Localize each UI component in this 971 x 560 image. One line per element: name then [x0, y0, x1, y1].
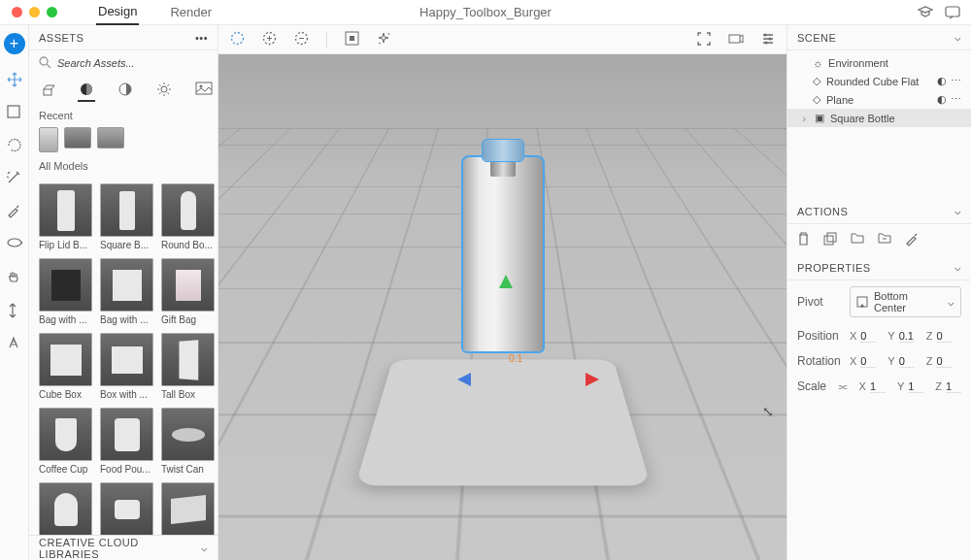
- eyedropper-tool-icon[interactable]: [7, 204, 22, 219]
- add-button[interactable]: +: [4, 33, 25, 54]
- tab-design[interactable]: Design: [96, 0, 139, 25]
- position-z-input[interactable]: 0: [936, 330, 952, 343]
- model-item[interactable]: Flip Lid B...: [39, 183, 92, 250]
- model-item[interactable]: [100, 482, 153, 535]
- gizmo-z-arrow-icon[interactable]: [451, 373, 471, 386]
- fullscreen-icon[interactable]: [697, 32, 711, 48]
- transform-gizmo[interactable]: 0.1: [480, 346, 596, 404]
- cc-libraries-bar[interactable]: CREATIVE CLOUD LIBRARIES ⌵: [29, 535, 218, 560]
- rotation-y-input[interactable]: 0: [899, 355, 915, 368]
- recent-thumb[interactable]: [39, 127, 58, 152]
- wand-tool-icon[interactable]: [7, 171, 22, 186]
- duplicate-icon[interactable]: [823, 232, 837, 247]
- pan-tool-icon[interactable]: [7, 270, 22, 285]
- eyedropper-icon[interactable]: [905, 232, 919, 247]
- orbit-tool-icon[interactable]: [7, 237, 22, 252]
- minimize-window-icon[interactable]: [29, 7, 40, 17]
- scene-item-cube[interactable]: ◇ Rounded Cube Flat ◐⋯: [787, 72, 971, 90]
- category-lights-icon[interactable]: [157, 82, 171, 98]
- close-window-icon[interactable]: [12, 7, 22, 17]
- visibility-icon[interactable]: ◐: [937, 93, 947, 106]
- folder-icon: ▣: [815, 112, 824, 124]
- model-item[interactable]: Tall Box: [161, 333, 215, 400]
- model-item[interactable]: Round Bo...: [161, 183, 215, 250]
- canvas-3d[interactable]: 0.1 ⤡: [218, 54, 787, 560]
- rotation-z-input[interactable]: 0: [936, 355, 952, 368]
- model-item[interactable]: Gift Bag: [161, 258, 215, 325]
- add-to-selection-icon[interactable]: [262, 31, 277, 48]
- category-models-icon[interactable]: [41, 82, 54, 98]
- category-shadows-icon[interactable]: [118, 82, 132, 98]
- delete-icon[interactable]: [797, 232, 810, 247]
- recent-thumb[interactable]: [97, 127, 124, 148]
- viewport[interactable]: 0.1 ⤡: [218, 25, 787, 560]
- model-item[interactable]: [161, 482, 215, 535]
- feedback-icon[interactable]: [946, 6, 959, 19]
- link-scale-icon[interactable]: ⫘: [837, 380, 848, 392]
- options-icon[interactable]: ⋯: [951, 93, 961, 106]
- svg-rect-15: [350, 36, 354, 41]
- scene-item-environment[interactable]: ☼ Environment: [787, 54, 971, 72]
- scene-item-bottle[interactable]: › ▣ Square Bottle: [787, 109, 971, 127]
- document-title: Happy_Toolbox_Burger: [419, 5, 552, 19]
- effects-icon[interactable]: [377, 31, 391, 48]
- mode-tabs: Design Render: [96, 0, 214, 24]
- assets-panel: ASSETS ••• Search Assets... Recent All M…: [29, 25, 218, 560]
- visibility-icon[interactable]: ◐: [937, 75, 947, 87]
- options-icon[interactable]: ⋯: [951, 75, 961, 87]
- tab-render[interactable]: Render: [168, 0, 214, 24]
- scale-x-input[interactable]: 1: [870, 380, 886, 393]
- scene-item-plane[interactable]: ◇ Plane ◐⋯: [787, 90, 971, 109]
- pivot-value: Bottom Center: [874, 290, 942, 313]
- model-item[interactable]: Box with ...: [100, 333, 153, 400]
- scale-z-input[interactable]: 1: [946, 380, 961, 393]
- chevron-down-icon[interactable]: ⌵: [954, 261, 962, 274]
- subtract-selection-icon[interactable]: [294, 31, 309, 48]
- ungroup-folder-icon[interactable]: [878, 232, 891, 247]
- category-images-icon[interactable]: [196, 82, 212, 98]
- position-x-input[interactable]: 0: [860, 330, 876, 343]
- pivot-icon: [856, 296, 868, 308]
- bottle-mesh[interactable]: [463, 140, 543, 351]
- maximize-window-icon[interactable]: [47, 7, 57, 17]
- model-item[interactable]: Twist Can: [161, 408, 215, 475]
- svg-point-23: [861, 305, 864, 308]
- cursor-icon: ⤡: [762, 404, 774, 419]
- dolly-tool-icon[interactable]: [7, 303, 22, 318]
- model-item[interactable]: Coffee Cup: [39, 408, 92, 475]
- select-tool-icon[interactable]: [7, 105, 22, 120]
- search-input[interactable]: Search Assets...: [39, 56, 208, 69]
- camera-bookmark-icon[interactable]: [728, 32, 744, 48]
- model-item[interactable]: Bag with ...: [39, 258, 92, 325]
- model-item[interactable]: Square B...: [100, 183, 153, 250]
- scene-item-label: Rounded Cube Flat: [826, 76, 919, 87]
- model-item[interactable]: Bag with ...: [100, 258, 153, 325]
- marquee-select-icon[interactable]: [230, 31, 245, 48]
- model-item[interactable]: Cube Box: [39, 333, 92, 400]
- pivot-select[interactable]: Bottom Center ⌵: [850, 286, 961, 317]
- svg-rect-1: [8, 106, 19, 117]
- frame-selection-icon[interactable]: [345, 31, 359, 48]
- recent-thumb[interactable]: [64, 127, 91, 148]
- chevron-down-icon[interactable]: ⌵: [954, 205, 962, 217]
- gizmo-y-arrow-icon[interactable]: [499, 268, 513, 288]
- render-settings-icon[interactable]: [761, 32, 775, 48]
- category-materials-icon[interactable]: [80, 82, 93, 98]
- perspective-tool-icon[interactable]: [7, 336, 22, 351]
- move-tool-icon[interactable]: [7, 72, 22, 87]
- group-folder-icon[interactable]: [851, 232, 864, 247]
- scale-y-input[interactable]: 1: [908, 380, 923, 393]
- chevron-down-icon[interactable]: ⌵: [954, 31, 962, 44]
- assets-menu-icon[interactable]: •••: [195, 32, 208, 44]
- gizmo-x-arrow-icon[interactable]: [586, 373, 606, 386]
- svg-point-17: [764, 33, 767, 36]
- learn-icon[interactable]: [919, 6, 932, 19]
- model-item[interactable]: [39, 482, 92, 535]
- position-y-input[interactable]: 0.1: [899, 330, 915, 343]
- chevron-right-icon[interactable]: ›: [799, 113, 809, 124]
- rotation-x-input[interactable]: 0: [860, 355, 876, 368]
- rotate-tool-icon[interactable]: [7, 138, 22, 153]
- scene-item-label: Plane: [826, 94, 854, 106]
- model-item[interactable]: Food Pou...: [100, 408, 153, 475]
- search-icon: [39, 56, 51, 69]
